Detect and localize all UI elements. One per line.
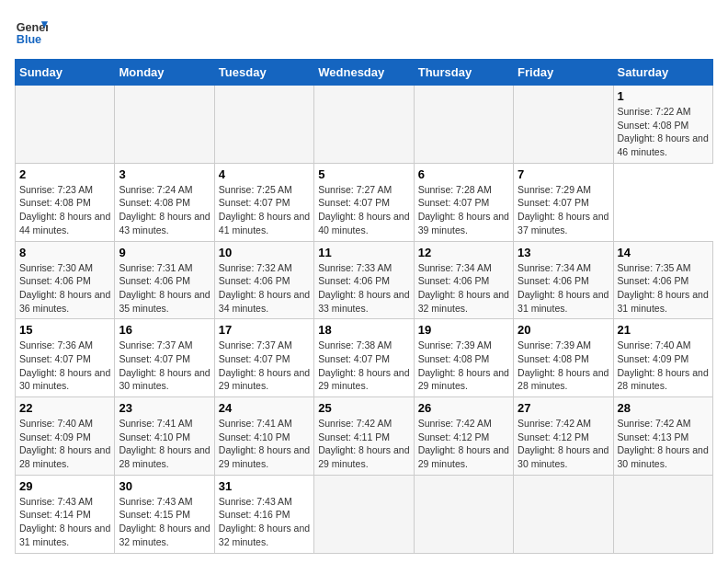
day-info: Sunrise: 7:35 AMSunset: 4:06 PMDaylight:… bbox=[618, 261, 709, 316]
day-number: 25 bbox=[318, 401, 409, 415]
calendar-cell: 16Sunrise: 7:37 AMSunset: 4:07 PMDayligh… bbox=[115, 319, 214, 397]
day-info: Sunrise: 7:41 AMSunset: 4:10 PMDaylight:… bbox=[219, 417, 310, 471]
day-number: 11 bbox=[318, 246, 409, 259]
day-number: 24 bbox=[219, 401, 310, 415]
day-number: 15 bbox=[19, 323, 110, 337]
day-header-saturday: Saturday bbox=[613, 60, 712, 86]
day-number: 4 bbox=[219, 167, 310, 181]
calendar-cell: 12Sunrise: 7:34 AMSunset: 4:06 PMDayligh… bbox=[414, 241, 513, 319]
day-number: 3 bbox=[119, 167, 210, 181]
day-info: Sunrise: 7:42 AMSunset: 4:12 PMDaylight:… bbox=[518, 417, 609, 471]
day-info: Sunrise: 7:24 AMSunset: 4:08 PMDaylight:… bbox=[119, 183, 210, 237]
day-number: 16 bbox=[119, 323, 210, 337]
day-number: 12 bbox=[418, 246, 509, 259]
calendar-cell: 4Sunrise: 7:25 AMSunset: 4:07 PMDaylight… bbox=[214, 163, 313, 241]
day-info: Sunrise: 7:23 AMSunset: 4:08 PMDaylight:… bbox=[19, 183, 110, 237]
day-header-sunday: Sunday bbox=[16, 60, 115, 86]
calendar-cell: 9Sunrise: 7:31 AMSunset: 4:06 PMDaylight… bbox=[115, 241, 214, 319]
day-info: Sunrise: 7:42 AMSunset: 4:13 PMDaylight:… bbox=[618, 417, 709, 471]
calendar-week-3: 8Sunrise: 7:30 AMSunset: 4:06 PMDaylight… bbox=[16, 241, 713, 319]
calendar-week-2: 2Sunrise: 7:23 AMSunset: 4:08 PMDaylight… bbox=[16, 163, 713, 241]
day-number: 14 bbox=[618, 246, 709, 259]
day-info: Sunrise: 7:28 AMSunset: 4:07 PMDaylight:… bbox=[418, 183, 509, 237]
day-info: Sunrise: 7:37 AMSunset: 4:07 PMDaylight:… bbox=[119, 339, 210, 393]
calendar-cell: 6Sunrise: 7:28 AMSunset: 4:07 PMDaylight… bbox=[414, 163, 513, 241]
day-info: Sunrise: 7:39 AMSunset: 4:08 PMDaylight:… bbox=[518, 339, 609, 393]
calendar-cell bbox=[314, 475, 414, 553]
day-info: Sunrise: 7:25 AMSunset: 4:07 PMDaylight:… bbox=[219, 183, 310, 237]
day-info: Sunrise: 7:40 AMSunset: 4:09 PMDaylight:… bbox=[618, 339, 709, 393]
calendar-cell: 19Sunrise: 7:39 AMSunset: 4:08 PMDayligh… bbox=[414, 319, 513, 397]
day-number: 22 bbox=[19, 401, 110, 415]
calendar-cell: 1Sunrise: 7:22 AMSunset: 4:08 PMDaylight… bbox=[613, 86, 712, 164]
calendar-week-1: 1Sunrise: 7:22 AMSunset: 4:08 PMDaylight… bbox=[16, 86, 713, 164]
calendar-cell: 17Sunrise: 7:37 AMSunset: 4:07 PMDayligh… bbox=[214, 319, 313, 397]
calendar-cell: 5Sunrise: 7:27 AMSunset: 4:07 PMDaylight… bbox=[314, 163, 414, 241]
day-info: Sunrise: 7:31 AMSunset: 4:06 PMDaylight:… bbox=[119, 261, 210, 316]
day-info: Sunrise: 7:34 AMSunset: 4:06 PMDaylight:… bbox=[518, 261, 609, 316]
day-number: 21 bbox=[618, 323, 709, 337]
calendar-cell bbox=[115, 86, 214, 164]
calendar-cell bbox=[414, 475, 513, 553]
calendar-cell: 20Sunrise: 7:39 AMSunset: 4:08 PMDayligh… bbox=[514, 319, 613, 397]
calendar-cell: 18Sunrise: 7:38 AMSunset: 4:07 PMDayligh… bbox=[314, 319, 414, 397]
day-info: Sunrise: 7:41 AMSunset: 4:10 PMDaylight:… bbox=[119, 417, 210, 471]
day-number: 23 bbox=[119, 401, 210, 415]
day-info: Sunrise: 7:39 AMSunset: 4:08 PMDaylight:… bbox=[418, 339, 509, 393]
day-number: 29 bbox=[19, 479, 110, 493]
calendar-cell: 31Sunrise: 7:43 AMSunset: 4:16 PMDayligh… bbox=[214, 475, 313, 553]
day-number: 18 bbox=[318, 323, 409, 337]
calendar-cell bbox=[414, 86, 513, 164]
day-info: Sunrise: 7:42 AMSunset: 4:11 PMDaylight:… bbox=[318, 417, 409, 471]
day-number: 7 bbox=[518, 167, 609, 181]
svg-text:Blue: Blue bbox=[17, 33, 41, 46]
day-info: Sunrise: 7:42 AMSunset: 4:12 PMDaylight:… bbox=[418, 417, 509, 471]
calendar-cell: 27Sunrise: 7:42 AMSunset: 4:12 PMDayligh… bbox=[514, 397, 613, 476]
calendar-cell bbox=[514, 475, 613, 553]
day-info: Sunrise: 7:36 AMSunset: 4:07 PMDaylight:… bbox=[19, 339, 110, 393]
day-number: 26 bbox=[418, 401, 509, 415]
day-header-wednesday: Wednesday bbox=[314, 60, 414, 86]
day-number: 5 bbox=[318, 167, 409, 181]
day-header-thursday: Thursday bbox=[414, 60, 513, 86]
day-info: Sunrise: 7:32 AMSunset: 4:06 PMDaylight:… bbox=[219, 261, 310, 316]
day-number: 1 bbox=[618, 89, 709, 103]
logo: General Blue bbox=[15, 15, 48, 48]
day-number: 28 bbox=[618, 401, 709, 415]
calendar-cell: 8Sunrise: 7:30 AMSunset: 4:06 PMDaylight… bbox=[16, 241, 115, 319]
day-info: Sunrise: 7:40 AMSunset: 4:09 PMDaylight:… bbox=[19, 417, 110, 471]
day-header-friday: Friday bbox=[514, 60, 613, 86]
logo-icon: General Blue bbox=[15, 15, 48, 48]
day-header-tuesday: Tuesday bbox=[214, 60, 313, 86]
day-number: 30 bbox=[119, 479, 210, 493]
day-info: Sunrise: 7:33 AMSunset: 4:06 PMDaylight:… bbox=[318, 261, 409, 316]
calendar-cell: 15Sunrise: 7:36 AMSunset: 4:07 PMDayligh… bbox=[16, 319, 115, 397]
day-number: 20 bbox=[518, 323, 609, 337]
calendar-cell: 28Sunrise: 7:42 AMSunset: 4:13 PMDayligh… bbox=[613, 397, 712, 476]
calendar-cell bbox=[314, 86, 414, 164]
calendar-cell: 14Sunrise: 7:35 AMSunset: 4:06 PMDayligh… bbox=[613, 241, 712, 319]
calendar-cell: 24Sunrise: 7:41 AMSunset: 4:10 PMDayligh… bbox=[214, 397, 313, 476]
day-number: 27 bbox=[518, 401, 609, 415]
calendar-cell: 10Sunrise: 7:32 AMSunset: 4:06 PMDayligh… bbox=[214, 241, 313, 319]
day-info: Sunrise: 7:43 AMSunset: 4:15 PMDaylight:… bbox=[119, 495, 210, 549]
calendar-cell bbox=[214, 86, 313, 164]
calendar-cell: 3Sunrise: 7:24 AMSunset: 4:08 PMDaylight… bbox=[115, 163, 214, 241]
calendar-cell: 25Sunrise: 7:42 AMSunset: 4:11 PMDayligh… bbox=[314, 397, 414, 476]
page-header: General Blue bbox=[15, 15, 713, 48]
day-info: Sunrise: 7:34 AMSunset: 4:06 PMDaylight:… bbox=[418, 261, 509, 316]
calendar-cell: 7Sunrise: 7:29 AMSunset: 4:07 PMDaylight… bbox=[514, 163, 613, 241]
calendar-cell: 21Sunrise: 7:40 AMSunset: 4:09 PMDayligh… bbox=[613, 319, 712, 397]
calendar-cell: 30Sunrise: 7:43 AMSunset: 4:15 PMDayligh… bbox=[115, 475, 214, 553]
day-number: 10 bbox=[219, 246, 310, 259]
calendar-week-5: 22Sunrise: 7:40 AMSunset: 4:09 PMDayligh… bbox=[16, 397, 713, 476]
day-header-monday: Monday bbox=[115, 60, 214, 86]
day-info: Sunrise: 7:22 AMSunset: 4:08 PMDaylight:… bbox=[618, 105, 709, 159]
header-row: SundayMondayTuesdayWednesdayThursdayFrid… bbox=[16, 60, 713, 86]
calendar-cell bbox=[613, 475, 712, 553]
day-number: 2 bbox=[19, 167, 110, 181]
day-info: Sunrise: 7:43 AMSunset: 4:14 PMDaylight:… bbox=[19, 495, 110, 549]
day-number: 17 bbox=[219, 323, 310, 337]
calendar-cell: 2Sunrise: 7:23 AMSunset: 4:08 PMDaylight… bbox=[16, 163, 115, 241]
calendar-cell bbox=[514, 86, 613, 164]
